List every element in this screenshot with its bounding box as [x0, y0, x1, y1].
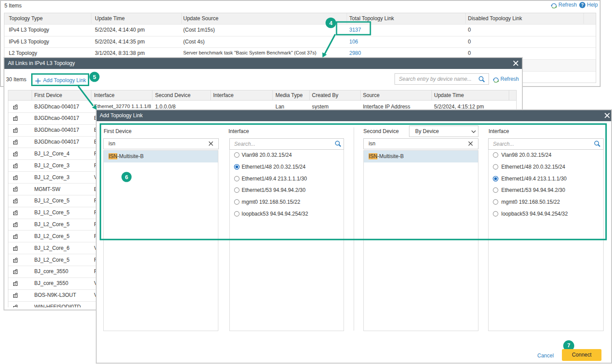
- svg-text:?: ?: [581, 3, 583, 7]
